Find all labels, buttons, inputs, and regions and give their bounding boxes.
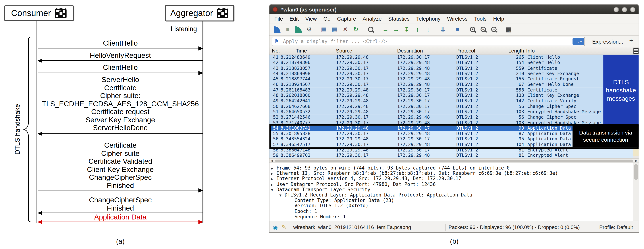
window-icon[interactable] [273, 7, 278, 12]
packet-row[interactable]: 50 8.264627668 172.29.29.48 172.29.30.17… [270, 104, 639, 109]
packet-row[interactable]: 41 8.212483649 172.29.29.48 172.29.30.17… [270, 54, 639, 60]
column-header[interactable]: Info [526, 48, 535, 54]
detail-row[interactable]: ▶Frame 54: 93 bytes on wire (744 bits), … [270, 165, 639, 170]
menu-item[interactable]: Statistics [385, 14, 413, 23]
packet-row[interactable]: 49 8.264242041 172.29.29.48 172.29.30.17… [270, 98, 639, 104]
packet-row[interactable]: 42 8.218749306 172.29.30.17 172.29.29.48… [270, 60, 639, 65]
stop-capture-icon[interactable]: ■ ■ [282, 24, 293, 34]
menu-item[interactable]: Go [320, 14, 334, 23]
zoom-out-icon[interactable]: − − [478, 24, 488, 34]
detail-row[interactable]: ▼Datagram Transport Layer Security [270, 187, 639, 192]
menu-item[interactable]: File [271, 14, 286, 23]
filter-bookmark-icon[interactable]: ⚑ [274, 38, 279, 44]
capture-comment-icon[interactable]: ✎ [282, 224, 286, 230]
add-filter-button[interactable]: + [629, 37, 633, 44]
column-header[interactable]: Time [296, 48, 307, 54]
column-header[interactable]: Length [500, 48, 524, 54]
scrollbar-map-toggle[interactable] [634, 47, 639, 54]
next-packet-icon[interactable]: → → [391, 24, 401, 34]
column-header[interactable]: No. [272, 48, 280, 54]
expand-arrow-icon[interactable]: ▼ [279, 193, 284, 197]
display-filter-input[interactable] [272, 37, 585, 46]
profile-label[interactable]: Profile: Default [599, 224, 633, 230]
find-packet-icon[interactable] [366, 24, 376, 34]
packet-row[interactable]: 48 8.262018800 172.29.29.48 172.29.30.17… [270, 93, 639, 98]
packet-row[interactable]: 51 8.264650532 172.29.29.48 172.29.30.17… [270, 109, 639, 115]
cell-info: Client Hello [528, 54, 560, 60]
save-file-icon[interactable]: ▦ ▦ [330, 24, 340, 34]
packet-row[interactable]: 47 8.261168483 172.29.29.48 172.29.30.17… [270, 87, 639, 93]
toolbar-separator [500, 24, 503, 34]
menu-item[interactable]: Edit [286, 14, 302, 23]
go-to-packet-icon[interactable]: ↧ ↧ [402, 24, 412, 34]
scroll-right-icon[interactable]: ▶ [635, 159, 638, 163]
packet-row[interactable]: 44 8.218869098 172.29.30.17 172.29.29.48… [270, 71, 639, 76]
icon-glyph: ↑ [416, 26, 419, 32]
details-scrollbar[interactable] [634, 163, 639, 221]
horizontal-scrollbar[interactable]: ◀ ▶ [270, 158, 639, 163]
menu-item[interactable]: Capture [334, 14, 360, 23]
packet-row[interactable]: 53 8.271740777 172.29.30.17 172.29.29.48… [270, 120, 639, 126]
capture-options-icon[interactable]: ⚙ ⚙ [304, 24, 314, 34]
reload-icon[interactable]: ↻ ↻ [351, 24, 361, 34]
column-header[interactable]: Destination [397, 48, 423, 54]
close-button[interactable] [630, 7, 635, 12]
packet-row[interactable]: 58 8.386047148 172.29.29.48 172.29.30.17… [270, 147, 639, 153]
packet-row[interactable]: 43 8.218823057 172.29.30.17 172.29.29.48… [270, 65, 639, 71]
column-header[interactable]: Protocol [456, 48, 475, 54]
scroll-left-icon[interactable]: ◀ [271, 159, 273, 163]
menu-item[interactable]: Tools [471, 14, 490, 23]
previous-packet-icon[interactable]: ← ← [380, 24, 390, 34]
packet-row[interactable]: 46 8.218924567 172.29.30.17 172.29.29.48… [270, 82, 639, 87]
expand-arrow-icon[interactable]: ▶ [271, 183, 276, 187]
menu-item[interactable]: Help [490, 14, 507, 23]
cell-time: 8.264627668 [280, 104, 310, 109]
detail-row[interactable]: ▼DTLSv1.2 Record Layer: Application Data… [270, 192, 639, 197]
first-packet-icon[interactable]: ↑ ↑ [412, 24, 422, 34]
zoom-reset-icon[interactable]: = = [489, 24, 499, 34]
expand-arrow-icon[interactable]: ▶ [271, 172, 276, 176]
detail-row[interactable]: ▶Ethernet II, Src: Raspberr_b8:1f:eb (b8… [270, 170, 639, 176]
menu-item[interactable]: Telephony [413, 14, 444, 23]
packet-row[interactable]: 45 8.218897744 172.29.30.17 172.29.29.48… [270, 76, 639, 82]
packet-row[interactable]: 52 8.271442546 172.29.30.17 172.29.29.48… [270, 115, 639, 120]
column-header[interactable]: Source [336, 48, 352, 54]
cell-number: 51 [270, 109, 278, 115]
detail-row[interactable]: Content Type: Application Data (23) [270, 197, 639, 203]
expression-button[interactable]: Expression... [592, 39, 623, 45]
magnifier-shape [368, 27, 373, 32]
detail-row[interactable]: Version: DTLS 1.2 (0xfefd) [270, 203, 639, 208]
minimize-button[interactable] [614, 7, 619, 12]
open-file-icon[interactable]: ▤ ▤ [319, 24, 329, 34]
cell-destination: 172.29.29.48 [397, 115, 430, 120]
icon-glyph: ⇊ [440, 26, 446, 32]
expand-arrow-icon[interactable]: ▶ [271, 177, 276, 181]
menu-item[interactable]: Wireless [444, 14, 471, 23]
maximize-button[interactable] [622, 7, 627, 12]
cell-length: 133 [500, 93, 524, 98]
resize-columns-icon[interactable]: ▦ ▦ [504, 24, 514, 34]
zoom-in-icon[interactable]: + + [468, 24, 478, 34]
details-scrollbar-thumb[interactable] [634, 164, 638, 180]
detail-text: User Datagram Protocol, Src Port: 47980,… [276, 181, 436, 187]
titlebar[interactable]: *wlan0 (as superuser) [270, 4, 639, 14]
horizontal-scrollbar-thumb[interactable] [275, 160, 633, 162]
detail-row[interactable]: ▶Internet Protocol Version 4, Src: 172.2… [270, 176, 639, 181]
close-file-icon[interactable]: × × [340, 24, 350, 34]
auto-scroll-icon[interactable]: ⇊ ⇊ [438, 24, 448, 34]
packet-row[interactable]: 59 8.386499702 172.29.30.17 172.29.29.48… [270, 153, 639, 158]
expert-info-icon[interactable]: ◉ [273, 224, 278, 231]
detail-row[interactable]: ▶User Datagram Protocol, Src Port: 47980… [270, 181, 639, 187]
colorize-icon[interactable]: ≡ ≡ [452, 24, 463, 34]
detail-row[interactable]: Sequence Number: 1 [270, 214, 639, 219]
actor-consumer: Consumer [4, 5, 74, 21]
menu-item[interactable]: Analyze [360, 14, 385, 23]
expand-arrow-icon[interactable]: ▶ [271, 166, 276, 170]
apply-filter-button[interactable]: → ▾ [572, 38, 584, 45]
last-packet-icon[interactable]: ↓ ↓ [423, 24, 433, 34]
restart-capture-icon[interactable] [293, 24, 304, 34]
menu-item[interactable]: View [302, 14, 320, 23]
start-capture-icon[interactable] [272, 24, 282, 34]
detail-row[interactable]: Epoch: 1 [270, 208, 639, 214]
expand-arrow-icon[interactable]: ▼ [271, 188, 276, 192]
